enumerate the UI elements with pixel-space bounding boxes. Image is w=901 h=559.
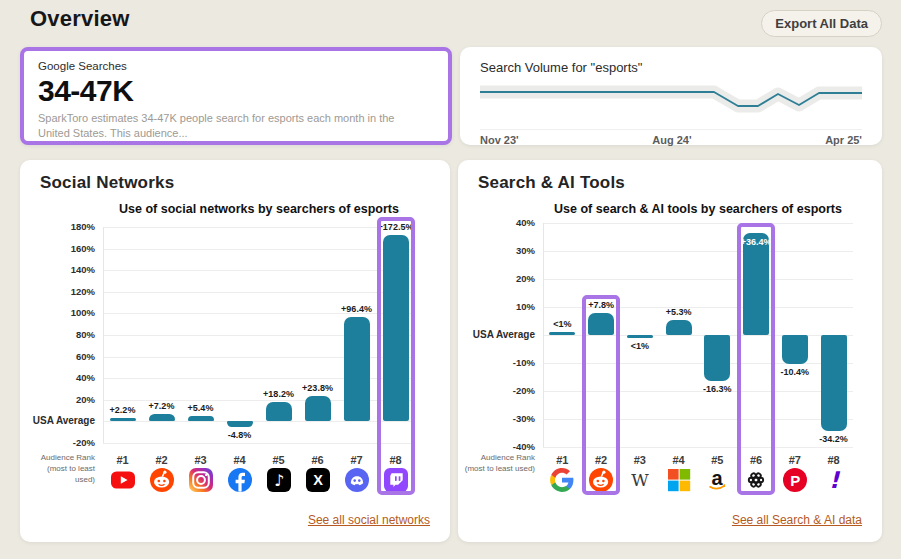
bar-amazon[interactable]: [704, 335, 730, 381]
search-ai-tools-card: Search & AI Tools Use of search & AI too…: [458, 160, 882, 542]
amazon-icon: a: [704, 467, 730, 493]
gridline: [543, 251, 853, 252]
bar-google[interactable]: [549, 332, 575, 335]
pinterest-icon: P: [782, 467, 808, 493]
bar-reddit[interactable]: [149, 414, 175, 422]
search-volume-sparkline: [480, 81, 862, 125]
usa-average-label: USA Average: [26, 415, 95, 426]
gridline: [103, 443, 415, 444]
google-searches-card: Google Searches 34-47K SparkToro estimat…: [20, 47, 452, 145]
bar-value-label: -4.8%: [210, 430, 270, 440]
sparkline-band: [480, 92, 862, 106]
y-axis-tick: 30%: [464, 245, 535, 256]
bar-x[interactable]: [305, 396, 331, 422]
google-icon: [549, 467, 575, 493]
y-axis-tick: 10%: [464, 301, 535, 312]
export-all-data-button[interactable]: Export All Data: [761, 10, 882, 37]
y-axis-tick: -30%: [464, 413, 535, 424]
bar-microsoft[interactable]: [666, 320, 692, 335]
highlight-box: [582, 295, 620, 495]
gridline: [543, 279, 853, 280]
rank-label: #1: [104, 454, 142, 466]
highlight-box: [737, 223, 775, 495]
wikipedia-icon: W: [627, 467, 653, 493]
microsoft-icon: [666, 467, 692, 493]
date-label-start: Nov 23': [480, 134, 519, 146]
bar-pinterest[interactable]: [782, 335, 808, 364]
google-searches-description: SparkToro estimates 34-47K people search…: [38, 111, 418, 141]
gridline: [103, 270, 415, 271]
svg-text:X: X: [313, 472, 323, 488]
rank-label: #5: [698, 454, 736, 466]
svg-text:♪: ♪: [273, 471, 283, 490]
bar-tiktok[interactable]: [266, 402, 292, 422]
y-axis-tick: 80%: [26, 329, 95, 340]
overview-page: Overview Export All Data Google Searches…: [0, 0, 901, 559]
google-searches-value: 34-47K: [38, 74, 434, 108]
svg-text:!: !: [828, 467, 840, 493]
svg-text:P: P: [790, 472, 800, 489]
bar-instagram[interactable]: [188, 416, 214, 422]
search-volume-card: Search Volume for "esports" Nov 23' Aug …: [460, 47, 882, 145]
audience-rank-label: Audience Rank (most to least used): [26, 453, 95, 485]
social-networks-card: Social Networks Use of social networks b…: [20, 160, 450, 542]
highlight-box: [377, 217, 415, 495]
y-axis-tick: 180%: [26, 221, 95, 232]
y-axis-tick: 20%: [26, 394, 95, 405]
tiktok-icon: ♪: [266, 467, 292, 493]
bar-value-label: -34.2%: [804, 434, 864, 444]
y-axis-tick: 60%: [26, 351, 95, 362]
instagram-icon: [188, 467, 214, 493]
y-axis-tick: -10%: [464, 357, 535, 368]
date-label-mid: Aug 24': [652, 134, 691, 146]
social-networks-chart: Use of social networks by searchers of e…: [20, 160, 450, 542]
y-axis-tick: 140%: [26, 264, 95, 275]
bar-value-label: +5.3%: [649, 307, 709, 317]
y-axis-tick: -20%: [464, 385, 535, 396]
rank-label: #2: [143, 454, 181, 466]
search-volume-title: Search Volume for "esports": [480, 60, 642, 75]
search-ai-tools-chart: Use of search & AI tools by searchers of…: [458, 160, 882, 542]
gridline: [103, 421, 415, 422]
discord-icon: [344, 467, 370, 493]
y-axis-tick: -40%: [464, 441, 535, 452]
chart-title: Use of search & AI tools by searchers of…: [493, 202, 901, 216]
y-axis-tick: 100%: [26, 307, 95, 318]
y-axis-tick: -20%: [26, 437, 95, 448]
rank-label: #7: [338, 454, 376, 466]
rank-label: #3: [621, 454, 659, 466]
bar-facebook[interactable]: [227, 421, 253, 426]
y-axis-tick: 40%: [26, 372, 95, 383]
facebook-icon: [227, 467, 253, 493]
usa-average-label: USA Average: [464, 329, 535, 340]
y-axis-tick: 160%: [26, 243, 95, 254]
see-all-search-ai-data-link[interactable]: See all Search & AI data: [732, 513, 862, 527]
audience-rank-label: Audience Rank (most to least used): [464, 453, 535, 475]
svg-text:a: a: [712, 467, 724, 489]
youtube-icon: [110, 467, 136, 493]
bar-value-label: +5.4%: [171, 403, 231, 413]
bar-yahoo[interactable]: [821, 335, 847, 431]
see-all-social-networks-link[interactable]: See all social networks: [308, 513, 430, 527]
bar-discord[interactable]: [344, 317, 370, 421]
bar-wikipedia[interactable]: [627, 335, 653, 338]
yahoo-icon: !: [821, 467, 847, 493]
gridline: [543, 223, 853, 224]
y-axis-tick: 40%: [464, 217, 535, 228]
y-axis-tick: 20%: [464, 273, 535, 284]
bar-youtube[interactable]: [110, 418, 136, 421]
x-icon: X: [305, 467, 331, 493]
svg-text:W: W: [631, 470, 649, 490]
rank-label: #7: [776, 454, 814, 466]
rank-label: #8: [815, 454, 853, 466]
rank-label: #3: [182, 454, 220, 466]
rank-label: #6: [299, 454, 337, 466]
reddit-icon: [149, 467, 175, 493]
rank-label: #4: [221, 454, 259, 466]
rank-label: #1: [543, 454, 581, 466]
page-title: Overview: [30, 6, 129, 32]
rank-label: #4: [660, 454, 698, 466]
chart-title: Use of social networks by searchers of e…: [53, 202, 465, 216]
y-axis-line: [543, 223, 544, 447]
google-searches-label: Google Searches: [38, 60, 434, 72]
